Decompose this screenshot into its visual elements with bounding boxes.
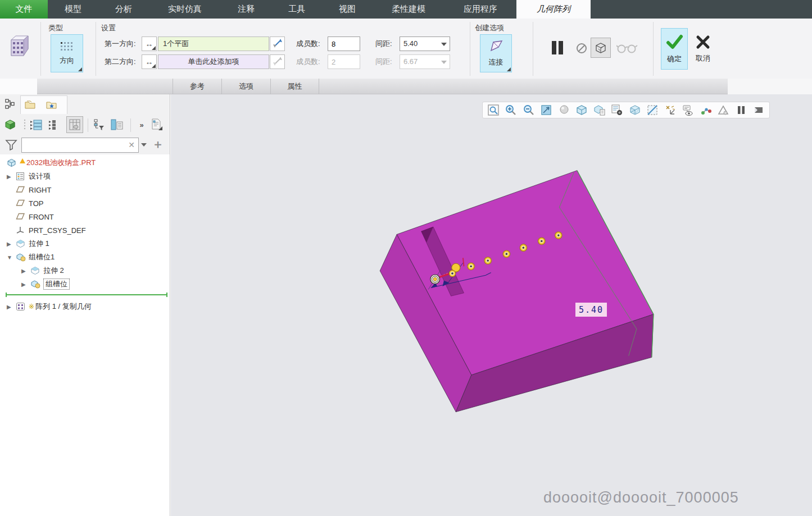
view-manager-icon[interactable] <box>591 103 608 117</box>
tree-search-input[interactable] <box>21 138 139 153</box>
collapse-list-icon[interactable] <box>29 118 43 131</box>
saved-views-icon[interactable] <box>574 103 591 117</box>
add-filter-icon[interactable]: ＋ <box>152 138 164 150</box>
model-tree-header: » ✕ ＋ <box>0 94 170 154</box>
menu-tab-annotate[interactable]: 注释 <box>221 0 271 19</box>
tree-columns-toggle-icon[interactable] <box>66 116 83 133</box>
expand-arrow-icon[interactable]: ▶ <box>21 281 30 287</box>
perspective-icon[interactable] <box>715 103 732 117</box>
clear-search-icon[interactable]: ✕ <box>127 140 136 149</box>
tree-row-right-plane[interactable]: RIGHT <box>0 183 170 197</box>
warning-icon <box>20 158 25 163</box>
tree-row-front-plane[interactable]: FRONT <box>0 210 170 223</box>
new-feature-star-icon: ※ <box>29 303 34 310</box>
spacing-1-label: 间距: <box>375 36 392 51</box>
watermark-text: dooooit@dooooit_7000005 <box>543 489 739 506</box>
insertion-locator[interactable] <box>7 294 166 295</box>
tree-item-label: RIGHT <box>29 186 51 194</box>
members-count-1-input[interactable] <box>328 36 360 51</box>
filter-funnel-icon[interactable] <box>4 138 18 152</box>
pause-feature-button[interactable] <box>548 39 566 57</box>
second-direction-arrows-button[interactable]: ↔ <box>142 54 157 69</box>
tree-row-part[interactable]: 2032电池收纳盒.PRT <box>0 156 170 170</box>
tree-row-extrude-1[interactable]: ▶ 拉伸 1 <box>0 237 170 250</box>
zoom-out-icon[interactable] <box>520 103 537 117</box>
ok-button[interactable]: 确定 <box>661 28 688 70</box>
menu-tab-view[interactable]: 视图 <box>322 0 373 19</box>
checkmark-icon <box>665 34 683 52</box>
menu-tab-model[interactable]: 模型 <box>48 0 98 19</box>
attached-preview-button[interactable] <box>591 38 611 58</box>
spacing-1-combo[interactable]: 5.40 <box>400 36 450 51</box>
tree-row-extrude-2[interactable]: ▶ 拉伸 2 <box>0 264 170 277</box>
annotation-display-icon[interactable] <box>680 103 697 117</box>
menu-tab-tools[interactable]: 工具 <box>271 0 322 19</box>
model-tree-tab-icon[interactable] <box>3 97 17 111</box>
tab-references[interactable]: 参考 <box>173 79 221 94</box>
second-direction-collector[interactable]: 单击此处添加项 <box>158 54 269 69</box>
tab-options[interactable]: 选项 <box>221 79 270 94</box>
favorites-folder-icon[interactable] <box>45 98 58 111</box>
section-icon[interactable] <box>645 103 661 117</box>
folder-browser-icon[interactable] <box>24 98 37 111</box>
refit-icon[interactable] <box>485 103 502 117</box>
tree-row-group-slot[interactable]: ▶ 组槽位 <box>0 277 170 291</box>
pause-display-icon[interactable] <box>733 103 750 117</box>
expand-arrow-icon[interactable]: ▶ <box>7 173 16 180</box>
expand-arrow-icon[interactable]: ▶ <box>7 241 16 247</box>
overflow-chevrons-icon[interactable]: » <box>135 118 148 131</box>
chevron-down-icon[interactable] <box>441 43 447 46</box>
first-direction-arrows-button[interactable]: ↔ <box>142 36 157 51</box>
tree-row-top-plane[interactable]: TOP <box>0 197 170 210</box>
expand-arrow-icon[interactable]: ▶ <box>7 304 16 310</box>
graphics-viewport[interactable]: 5.40 dooooit@dooooit_7000005 <box>171 94 812 516</box>
direction-type-button[interactable]: 方向 <box>51 34 83 72</box>
first-direction-flip-button[interactable] <box>270 36 285 51</box>
resume-display-icon[interactable] <box>751 103 768 117</box>
flip-direction-icon-disabled <box>273 56 283 68</box>
cancel-button[interactable]: 取消 <box>690 28 716 70</box>
tabstrip-left-cap <box>0 79 37 94</box>
dimension-value-label[interactable]: 5.40 <box>575 303 607 317</box>
show-items-icon[interactable] <box>3 118 17 131</box>
repaint-icon[interactable] <box>538 103 555 117</box>
tree-row-group-slot-1[interactable]: ▼ 组槽位1 <box>0 250 170 264</box>
menu-tab-live-simulation[interactable]: 实时仿真 <box>149 0 221 19</box>
spacing-2-value: 6.67 <box>403 57 418 66</box>
tree-filters-icon[interactable] <box>92 118 106 131</box>
tab-properties[interactable]: 属性 <box>270 79 319 94</box>
tree-item-label: 阵列 1 / 复制几何 <box>35 302 92 312</box>
spacing-2-label: 间距: <box>375 54 392 69</box>
tree-row-pattern[interactable]: ▶ ※ 阵列 1 / 复制几何 <box>0 300 170 313</box>
menu-tab-file[interactable]: 文件 <box>0 0 48 19</box>
datum-display-icon[interactable] <box>662 103 679 117</box>
menu-tab-geometry-pattern[interactable]: 几何阵列 <box>516 0 591 19</box>
tree-settings-doc-icon[interactable] <box>149 117 163 131</box>
pattern-feature-icon <box>7 33 33 59</box>
zoom-in-icon[interactable] <box>503 103 520 117</box>
no-preview-icon[interactable] <box>575 42 588 54</box>
first-direction-collector[interactable]: 1个平面 <box>158 36 269 51</box>
tree-row-csys[interactable]: PRT_CSYS_DEF <box>0 223 170 237</box>
tree-row-design-items[interactable]: ▶ 设计项 <box>0 170 170 183</box>
shading-style-icon[interactable] <box>556 103 573 117</box>
model-scene[interactable] <box>171 94 812 516</box>
left-right-arrow-icon: ↔ <box>146 57 153 66</box>
display-style-icon[interactable] <box>627 103 643 117</box>
menu-tab-flexible-modeling[interactable]: 柔性建模 <box>373 0 444 19</box>
menu-tab-applications[interactable]: 应用程序 <box>444 0 516 19</box>
direction-button-label: 方向 <box>60 56 74 66</box>
search-dropdown-icon[interactable] <box>141 143 147 147</box>
collapse-arrow-icon[interactable]: ▼ <box>7 254 16 261</box>
flip-direction-icon <box>273 38 283 50</box>
spin-center-icon[interactable] <box>697 103 714 117</box>
save-tree-settings-icon[interactable] <box>110 118 124 131</box>
expand-arrow-icon[interactable]: ▶ <box>21 268 30 274</box>
connect-option-button[interactable]: 连接 <box>480 34 512 72</box>
second-direction-flip-button[interactable] <box>270 54 285 69</box>
close-x-icon <box>696 35 710 51</box>
menu-tab-analysis[interactable]: 分析 <box>98 0 149 19</box>
model-box <box>380 171 654 412</box>
screenshot-list-icon[interactable] <box>609 103 626 117</box>
expand-list-icon[interactable] <box>47 118 61 131</box>
